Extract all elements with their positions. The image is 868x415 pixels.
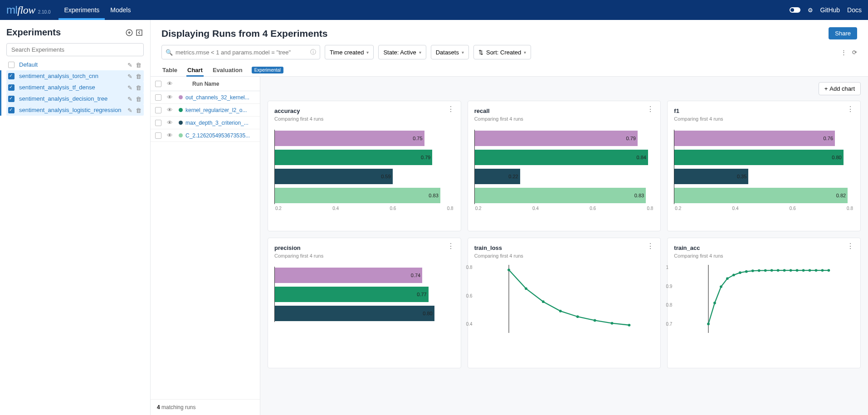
edit-icon[interactable]: ✎ [127, 107, 134, 113]
chart-title: f1 [674, 107, 723, 114]
axis-tick: 0.4 [466, 322, 473, 327]
github-link[interactable]: GitHub [820, 6, 840, 14]
experiment-checkbox[interactable] [8, 107, 15, 113]
run-name-link[interactable]: max_depth_3_criterion_... [185, 120, 249, 126]
delete-icon[interactable]: 🗑 [136, 62, 142, 68]
chart-card-f1: f1 Comparing first 4 runs ⋮ 0.760.800.35… [667, 101, 861, 231]
chart-menu-icon[interactable]: ⋮ [447, 244, 454, 248]
search-runs-input[interactable] [176, 49, 307, 56]
add-experiment-icon[interactable] [125, 28, 134, 37]
edit-icon[interactable]: ✎ [127, 62, 134, 68]
edit-icon[interactable]: ✎ [127, 84, 134, 91]
collapse-sidebar-icon[interactable] [135, 28, 144, 37]
run-name-link[interactable]: kernel_regularizer_l2_o... [185, 107, 247, 113]
delete-icon[interactable]: 🗑 [136, 96, 142, 102]
experiment-name[interactable]: sentiment_analysis_tf_dense [19, 84, 123, 91]
state-filter[interactable]: State: Active▾ [378, 45, 426, 59]
experiment-name[interactable]: sentiment_analysis_logistic_regression [19, 107, 123, 113]
visibility-icon[interactable]: 👁 [167, 119, 173, 126]
experiment-item[interactable]: sentiment_analysis_tf_dense ✎ 🗑 [6, 82, 144, 93]
chart-menu-icon[interactable]: ⋮ [647, 244, 654, 248]
charts-area: +Add chart accuracy Comparing first 4 ru… [260, 77, 868, 415]
edit-icon[interactable]: ✎ [127, 73, 134, 79]
chart-title: accuracy [274, 107, 323, 114]
experiments-list: Default ✎ 🗑 sentiment_analysis_torch_cnn… [6, 59, 144, 116]
chart-bar: 0.59 [275, 169, 393, 184]
tab-table[interactable]: Table [161, 64, 178, 76]
run-checkbox[interactable] [155, 107, 161, 113]
app-header: mlflow 2.10.0 ExperimentsModels ⚙ GitHub… [0, 0, 868, 20]
experiment-item[interactable]: sentiment_analysis_decision_tree ✎ 🗑 [6, 93, 144, 104]
experiment-checkbox[interactable] [8, 84, 15, 91]
sort-control[interactable]: ⇅Sort: Created▾ [473, 45, 531, 59]
logo[interactable]: mlflow 2.10.0 [6, 4, 50, 16]
search-experiments-input[interactable] [6, 43, 144, 56]
axis-tick: 1 [666, 265, 672, 270]
svg-point-18 [745, 270, 748, 273]
experiment-checkbox[interactable] [8, 73, 15, 79]
chart-subtitle: Comparing first 4 runs [674, 116, 723, 122]
svg-point-31 [828, 269, 830, 272]
view-tabs: TableChartEvaluationExperimental [151, 59, 868, 77]
search-runs-bar[interactable]: 🔍 ⓘ [161, 45, 320, 59]
run-checkbox[interactable] [155, 132, 161, 139]
nav-models[interactable]: Models [105, 0, 136, 20]
chart-menu-icon[interactable]: ⋮ [847, 244, 854, 248]
refresh-icon[interactable]: ⟳ [852, 49, 857, 56]
run-name-link[interactable]: out_channels_32_kernel... [185, 94, 249, 101]
info-icon[interactable]: ⓘ [310, 48, 316, 56]
chart-bar: 0.77 [275, 287, 429, 302]
experiment-name[interactable]: sentiment_analysis_torch_cnn [19, 73, 123, 79]
edit-icon[interactable]: ✎ [127, 96, 134, 102]
docs-link[interactable]: Docs [847, 6, 862, 14]
theme-toggle[interactable] [790, 7, 800, 13]
chevron-down-icon: ▾ [462, 50, 464, 55]
svg-point-6 [559, 310, 562, 312]
settings-icon[interactable]: ⚙ [808, 7, 813, 14]
chart-menu-icon[interactable]: ⋮ [847, 107, 854, 111]
run-name-link[interactable]: C_2.1262054953673535... [185, 132, 250, 139]
axis-tick: 0.2 [675, 206, 681, 211]
visibility-icon[interactable]: 👁 [167, 132, 173, 139]
share-button[interactable]: Share [829, 27, 857, 39]
time-filter[interactable]: Time created▾ [325, 45, 374, 59]
delete-icon[interactable]: 🗑 [136, 84, 142, 91]
experiment-checkbox[interactable] [8, 96, 15, 102]
experiment-checkbox[interactable] [8, 62, 15, 68]
chart-card-accuracy: accuracy Comparing first 4 runs ⋮ 0.750.… [268, 101, 461, 231]
experiment-item[interactable]: Default ✎ 🗑 [6, 59, 144, 70]
svg-point-30 [821, 269, 824, 272]
sidebar-title: Experiments [6, 27, 61, 38]
axis-tick: 0.6 [390, 206, 396, 211]
run-row: 👁 max_depth_3_criterion_... [151, 117, 260, 129]
visibility-icon[interactable]: 👁 [167, 94, 173, 101]
delete-icon[interactable]: 🗑 [136, 107, 142, 113]
chart-menu-icon[interactable]: ⋮ [447, 107, 454, 111]
run-checkbox[interactable] [155, 94, 161, 101]
chart-bar: 0.75 [275, 131, 424, 146]
datasets-filter[interactable]: Datasets▾ [431, 45, 469, 59]
tab-chart[interactable]: Chart [186, 64, 204, 76]
chart-card-precision: precision Comparing first 4 runs ⋮ 0.740… [268, 238, 461, 368]
nav-experiments[interactable]: Experiments [59, 0, 105, 20]
tab-evaluation[interactable]: Evaluation [212, 64, 244, 76]
visibility-icon[interactable]: 👁 [167, 107, 173, 113]
experiment-name[interactable]: Default [19, 61, 123, 68]
experiment-item[interactable]: sentiment_analysis_logistic_regression ✎… [6, 104, 144, 116]
experiment-item[interactable]: sentiment_analysis_torch_cnn ✎ 🗑 [6, 70, 144, 82]
run-color-dot [179, 95, 183, 99]
more-icon[interactable]: ⋮ [841, 49, 847, 56]
search-icon: 🔍 [166, 49, 173, 56]
chart-bar: 0.84 [475, 150, 648, 165]
chevron-down-icon: ▾ [524, 50, 526, 55]
chart-bar: 0.80 [674, 150, 843, 165]
svg-point-26 [796, 269, 799, 272]
chart-bar: 0.22 [475, 169, 520, 184]
chart-menu-icon[interactable]: ⋮ [647, 107, 654, 111]
sort-icon: ⇅ [478, 49, 483, 56]
select-all-checkbox[interactable] [155, 81, 161, 87]
experiment-name[interactable]: sentiment_analysis_decision_tree [19, 95, 123, 102]
run-checkbox[interactable] [155, 120, 161, 126]
add-chart-button[interactable]: +Add chart [819, 82, 861, 95]
delete-icon[interactable]: 🗑 [136, 73, 142, 79]
